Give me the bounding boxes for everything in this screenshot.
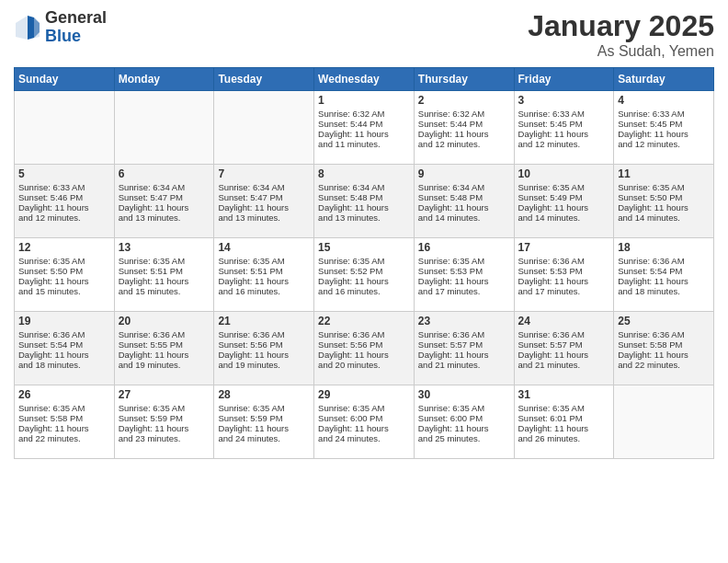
day-info-line: Sunrise: 6:35 AM — [18, 256, 110, 266]
calendar-cell: 20Sunrise: 6:36 AMSunset: 5:55 PMDayligh… — [114, 312, 214, 385]
calendar-cell — [114, 91, 214, 165]
calendar-cell: 24Sunrise: 6:36 AMSunset: 5:57 PMDayligh… — [514, 312, 614, 385]
calendar-cell — [614, 385, 714, 459]
calendar-title: January 2025 — [528, 9, 714, 43]
day-info-line: Sunrise: 6:36 AM — [318, 329, 410, 339]
day-info-line: Daylight: 11 hours — [318, 423, 410, 433]
day-info-line: Sunset: 5:56 PM — [218, 339, 310, 350]
calendar-cell: 6Sunrise: 6:34 AMSunset: 5:47 PMDaylight… — [114, 165, 214, 238]
calendar-cell: 18Sunrise: 6:36 AMSunset: 5:54 PMDayligh… — [614, 238, 714, 312]
day-info-line: and 15 minutes. — [18, 286, 110, 296]
calendar-cell: 2Sunrise: 6:32 AMSunset: 5:44 PMDaylight… — [414, 91, 514, 165]
day-info-line: and 23 minutes. — [119, 433, 210, 443]
week-row-1: 5Sunrise: 6:33 AMSunset: 5:46 PMDaylight… — [15, 165, 714, 238]
day-info-line: Sunset: 5:47 PM — [119, 192, 210, 202]
day-info-line: and 16 minutes. — [218, 286, 310, 296]
day-number: 16 — [418, 241, 510, 254]
day-number: 12 — [18, 241, 110, 254]
day-info-line: Daylight: 11 hours — [518, 423, 610, 433]
day-info-line: Daylight: 11 hours — [518, 350, 610, 360]
day-info-line: Sunrise: 6:36 AM — [618, 256, 710, 266]
day-info-line: and 21 minutes. — [418, 360, 510, 370]
day-info-line: Sunrise: 6:34 AM — [318, 182, 410, 192]
day-header-friday: Friday — [514, 68, 614, 91]
day-info-line: and 11 minutes. — [318, 139, 410, 149]
day-info-line: Daylight: 11 hours — [218, 202, 310, 213]
day-info-line: Sunset: 5:53 PM — [518, 266, 610, 276]
day-info-line: Sunrise: 6:36 AM — [119, 329, 210, 339]
day-number: 15 — [318, 241, 410, 254]
day-info-line: Sunset: 5:57 PM — [418, 339, 510, 350]
day-info-line: Daylight: 11 hours — [119, 350, 210, 360]
day-info-line: and 21 minutes. — [518, 360, 610, 370]
logo-blue-text: Blue — [45, 27, 81, 45]
week-row-4: 26Sunrise: 6:35 AMSunset: 5:58 PMDayligh… — [15, 385, 714, 459]
day-info-line: Sunset: 5:59 PM — [119, 413, 210, 423]
day-info-line: and 20 minutes. — [318, 360, 410, 370]
day-info-line: and 14 minutes. — [618, 213, 710, 223]
day-info-line: Sunset: 5:57 PM — [518, 339, 610, 350]
day-info-line: Daylight: 11 hours — [218, 423, 310, 433]
day-info-line: Sunrise: 6:36 AM — [18, 329, 110, 339]
day-info-line: and 24 minutes. — [318, 433, 410, 443]
calendar-cell: 8Sunrise: 6:34 AMSunset: 5:48 PMDaylight… — [314, 165, 415, 238]
calendar-cell: 21Sunrise: 6:36 AMSunset: 5:56 PMDayligh… — [214, 312, 314, 385]
day-info-line: Daylight: 11 hours — [119, 202, 210, 213]
day-info-line: and 12 minutes. — [518, 139, 610, 149]
logo: General Blue — [14, 9, 107, 46]
day-info-line: Daylight: 11 hours — [318, 276, 410, 286]
day-info-line: Daylight: 11 hours — [618, 276, 710, 286]
week-row-2: 12Sunrise: 6:35 AMSunset: 5:50 PMDayligh… — [15, 238, 714, 312]
day-header-monday: Monday — [114, 68, 214, 91]
day-info-line: Sunrise: 6:34 AM — [218, 182, 310, 192]
calendar-cell: 13Sunrise: 6:35 AMSunset: 5:51 PMDayligh… — [114, 238, 214, 312]
day-info-line: and 19 minutes. — [218, 360, 310, 370]
day-info-line: Sunset: 5:49 PM — [518, 192, 610, 202]
calendar-cell — [15, 91, 115, 165]
day-info-line: and 12 minutes. — [618, 139, 710, 149]
day-info-line: Sunrise: 6:35 AM — [518, 403, 610, 413]
day-number: 6 — [119, 167, 210, 180]
day-number: 31 — [518, 388, 610, 401]
calendar-cell: 27Sunrise: 6:35 AMSunset: 5:59 PMDayligh… — [114, 385, 214, 459]
day-number: 8 — [318, 167, 410, 180]
day-info-line: Daylight: 11 hours — [418, 276, 510, 286]
calendar-header: SundayMondayTuesdayWednesdayThursdayFrid… — [15, 68, 714, 91]
day-number: 22 — [318, 315, 410, 327]
day-info-line: Sunrise: 6:33 AM — [18, 182, 110, 192]
day-info-line: Sunrise: 6:35 AM — [119, 403, 210, 413]
day-info-line: Sunrise: 6:35 AM — [318, 256, 410, 266]
day-info-line: and 15 minutes. — [119, 286, 210, 296]
day-info-line: Sunrise: 6:35 AM — [418, 256, 510, 266]
week-row-0: 1Sunrise: 6:32 AMSunset: 5:44 PMDaylight… — [15, 91, 714, 165]
calendar-cell: 22Sunrise: 6:36 AMSunset: 5:56 PMDayligh… — [314, 312, 415, 385]
day-info-line: Sunrise: 6:36 AM — [518, 329, 610, 339]
calendar-cell: 26Sunrise: 6:35 AMSunset: 5:58 PMDayligh… — [15, 385, 115, 459]
svg-marker-2 — [28, 16, 34, 40]
day-info-line: Sunrise: 6:35 AM — [618, 182, 710, 192]
day-info-line: Daylight: 11 hours — [318, 350, 410, 360]
day-number: 18 — [618, 241, 710, 254]
day-info-line: Sunrise: 6:35 AM — [18, 403, 110, 413]
day-info-line: and 26 minutes. — [518, 433, 610, 443]
calendar-cell — [214, 91, 314, 165]
calendar-cell: 30Sunrise: 6:35 AMSunset: 6:00 PMDayligh… — [414, 385, 514, 459]
calendar-cell: 23Sunrise: 6:36 AMSunset: 5:57 PMDayligh… — [414, 312, 514, 385]
day-info-line: Sunset: 5:55 PM — [119, 339, 210, 350]
day-number: 21 — [218, 315, 310, 327]
page: General Blue January 2025 As Sudah, Yeme… — [0, 0, 728, 563]
day-number: 30 — [418, 388, 510, 401]
day-header-wednesday: Wednesday — [314, 68, 415, 91]
calendar-cell: 4Sunrise: 6:33 AMSunset: 5:45 PMDaylight… — [614, 91, 714, 165]
day-number: 5 — [18, 167, 110, 180]
day-info-line: Sunrise: 6:35 AM — [218, 403, 310, 413]
day-info-line: Sunrise: 6:33 AM — [518, 109, 610, 119]
day-info-line: Daylight: 11 hours — [618, 202, 710, 213]
calendar-subtitle: As Sudah, Yemen — [528, 43, 714, 60]
day-info-line: Sunset: 5:48 PM — [418, 192, 510, 202]
day-number: 20 — [119, 315, 210, 327]
calendar-cell: 7Sunrise: 6:34 AMSunset: 5:47 PMDaylight… — [214, 165, 314, 238]
day-info-line: Sunset: 5:45 PM — [618, 119, 710, 129]
day-info-line: and 12 minutes. — [18, 213, 110, 223]
day-number: 9 — [418, 167, 510, 180]
